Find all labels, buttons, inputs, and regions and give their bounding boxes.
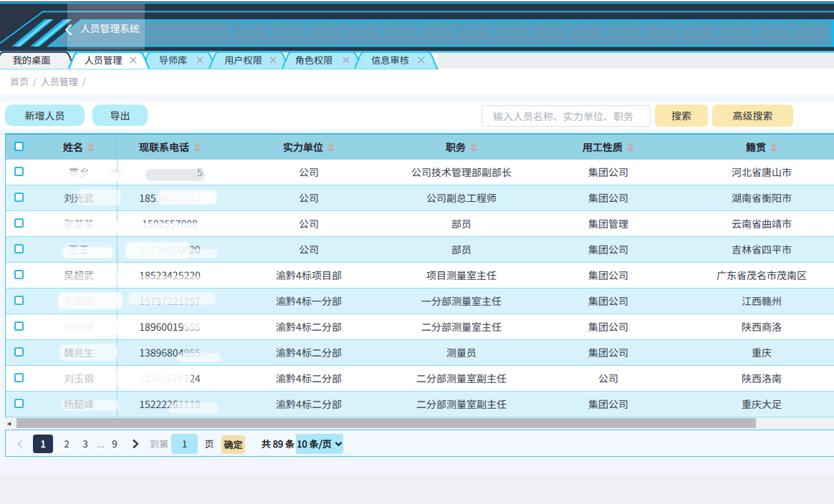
svg-text:我的桌面: 我的桌面 — [13, 53, 51, 67]
svg-text:角色权限: 角色权限 — [295, 53, 333, 67]
svg-text:用户权限: 用户权限 — [224, 53, 262, 67]
svg-text:人员管理系统: 人员管理系统 — [80, 21, 140, 35]
svg-text:人员管理: 人员管理 — [85, 53, 123, 67]
svg-text:信息审核: 信息审核 — [371, 53, 409, 67]
svg-text:导师库: 导师库 — [159, 53, 188, 67]
